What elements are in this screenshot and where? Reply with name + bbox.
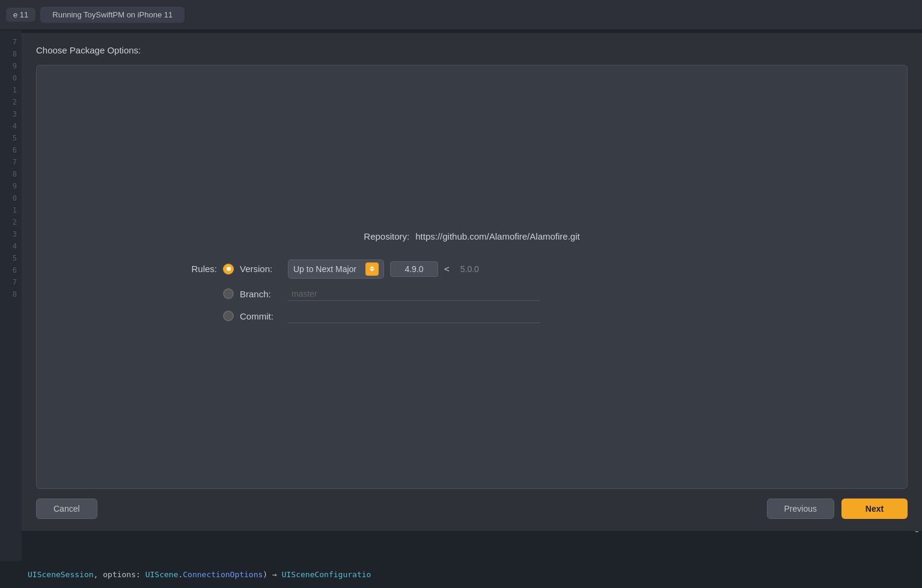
branch-field-label: Branch:: [240, 289, 282, 299]
stepper-up-arrow: [370, 266, 374, 268]
line-num: 8: [0, 168, 22, 180]
commit-radio[interactable]: [223, 311, 234, 321]
line-num: 9: [0, 60, 22, 72]
version-number-input[interactable]: [390, 261, 438, 277]
branch-rule-row: Branch:: [181, 287, 540, 301]
line-num: 7: [0, 156, 22, 168]
modal-dialog: Choose Package Options: Repository: http…: [22, 33, 922, 531]
button-bar: Cancel Previous Next: [36, 499, 908, 519]
line-numbers: 7 8 9 0 1 2 3 4 5 6 7 8 9 0 1 2 3 4 5 6 …: [0, 0, 22, 588]
line-num: 3: [0, 108, 22, 120]
top-bar: e 11 Running ToySwiftPM on iPhone 11: [0, 0, 922, 30]
bottom-code-text: UISceneSession, options: UIScene.Connect…: [28, 570, 371, 579]
line-num: 1: [0, 204, 22, 216]
line-num: 0: [0, 192, 22, 204]
line-num: 2: [0, 96, 22, 108]
repo-label: Repository:: [364, 231, 409, 241]
max-version-display: 5.0.0: [456, 262, 484, 276]
branch-radio[interactable]: [223, 288, 234, 299]
line-num: 5: [0, 132, 22, 144]
commit-rule-row: Commit:: [181, 309, 540, 323]
line-num: 6: [0, 264, 22, 276]
stepper-down-arrow: [370, 269, 374, 271]
rules-label: Rules:: [181, 264, 217, 274]
line-num: 1: [0, 84, 22, 96]
version-radio[interactable]: [223, 264, 234, 274]
line-num: 5: [0, 252, 22, 264]
running-label: Running ToySwiftPM on iPhone 11: [40, 7, 185, 23]
line-num: 4: [0, 120, 22, 132]
repo-url: https://github.com/Alamofire/Alamofire.g…: [415, 231, 579, 241]
content-box: Repository: https://github.com/Alamofire…: [36, 65, 908, 489]
line-num: 9: [0, 180, 22, 192]
branch-input[interactable]: [288, 287, 540, 301]
commit-field-label: Commit:: [240, 311, 282, 321]
modal-title: Choose Package Options:: [36, 45, 908, 55]
less-than-symbol: <: [444, 264, 450, 274]
rules-section: Rules: Version: Up to Next Major < 5.0.0: [181, 259, 540, 323]
commit-input[interactable]: [288, 309, 540, 323]
bottom-code-bar: UISceneSession, options: UIScene.Connect…: [0, 561, 922, 588]
right-buttons: Previous Next: [767, 499, 908, 519]
line-num: 8: [0, 48, 22, 60]
version-dropdown-label: Up to Next Major: [293, 264, 362, 274]
cancel-button[interactable]: Cancel: [36, 499, 97, 519]
line-num: 2: [0, 216, 22, 228]
version-field-label: Version:: [240, 264, 282, 274]
line-num: 8: [0, 288, 22, 300]
line-num: 4: [0, 240, 22, 252]
repository-row: Repository: https://github.com/Alamofire…: [364, 231, 579, 241]
version-rule-row: Rules: Version: Up to Next Major < 5.0.0: [181, 259, 540, 279]
line-num: 0: [0, 72, 22, 84]
device-label: e 11: [6, 8, 35, 22]
next-button[interactable]: Next: [841, 499, 908, 519]
line-num: 6: [0, 144, 22, 156]
stepper-icon: [365, 262, 379, 276]
line-num: 7: [0, 276, 22, 288]
line-num: 7: [0, 36, 22, 48]
version-dropdown[interactable]: Up to Next Major: [288, 259, 384, 279]
previous-button[interactable]: Previous: [767, 499, 834, 519]
line-num: 3: [0, 228, 22, 240]
